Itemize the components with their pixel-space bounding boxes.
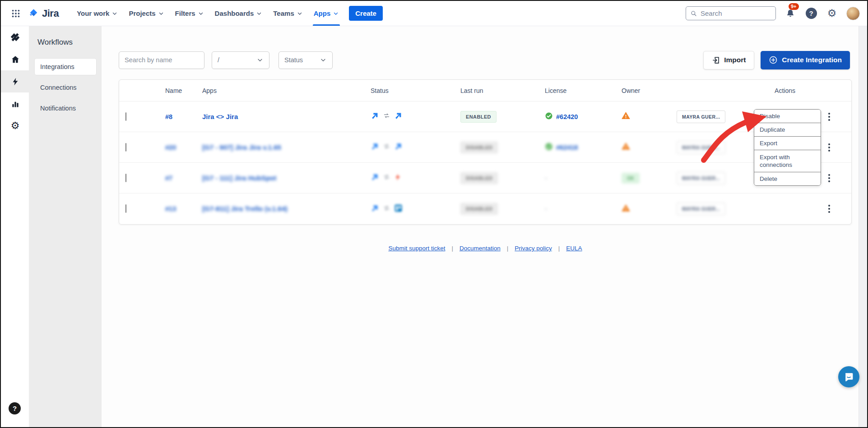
rail-settings[interactable]: ⚙ (1, 115, 29, 137)
filter-search-input[interactable] (119, 51, 204, 69)
nav-item-label: Dashboards (215, 9, 254, 17)
integration-id-link[interactable]: #8 (165, 113, 172, 120)
grid-dots-icon (11, 9, 21, 18)
cell-last-run: #62418 (545, 143, 622, 152)
nav-item-filters[interactable]: Filters (170, 1, 209, 26)
footer-links: Submit support ticket|Documentation|Priv… (119, 245, 852, 252)
scrollbar[interactable] (859, 26, 867, 427)
cell-select (119, 113, 165, 121)
row-actions-menu-button[interactable] (823, 110, 835, 124)
last-run-link[interactable]: #62420 (556, 113, 578, 120)
search-input[interactable] (701, 9, 771, 17)
nav-item-your-work[interactable]: Your work (71, 1, 123, 26)
owner-chip[interactable]: MAYRA GUER... (677, 202, 725, 215)
row-actions-menu-button[interactable] (823, 141, 835, 154)
redapp-icon-wrap (394, 173, 402, 183)
row-checkbox[interactable] (125, 174, 126, 182)
status-dropdown[interactable]: Status (279, 51, 333, 69)
global-search[interactable] (686, 6, 776, 20)
footer-link-eula[interactable]: EULA (566, 245, 582, 252)
settings-button[interactable]: ⚙ (826, 7, 838, 20)
nav-item-projects[interactable]: Projects (123, 1, 169, 26)
cell-last-run: - (545, 205, 622, 212)
chevron-down-icon (111, 10, 118, 17)
sidebar-item-integrations[interactable]: Integrations (35, 59, 96, 75)
success-check-icon (545, 143, 553, 151)
trello-icon-wrap (394, 204, 403, 214)
primary-nav: Your workProjectsFiltersDashboardsTeamsA… (71, 1, 344, 26)
menu-item-export[interactable]: Export (754, 137, 821, 150)
connector-logo-icon (9, 31, 21, 43)
integrations-table: NameAppsStatusLast runLicenseOwnerAction… (119, 79, 852, 225)
jira-app-icon (394, 142, 403, 151)
exchange-icon (383, 112, 390, 119)
create-integration-button[interactable]: Create Integration (761, 51, 850, 69)
footer-link-privacy-policy[interactable]: Privacy policy (515, 245, 552, 252)
row-actions-menu-button[interactable] (823, 171, 835, 185)
nav-item-label: Your work (77, 9, 109, 17)
type-dropdown[interactable]: / (212, 51, 269, 69)
column-header-actions: Actions (677, 87, 808, 94)
chat-widget-button[interactable] (838, 366, 859, 387)
last-run-empty: - (545, 175, 547, 182)
user-avatar[interactable] (846, 7, 860, 20)
nav-item-dashboards[interactable]: Dashboards (209, 1, 268, 26)
owner-chip[interactable]: MAYRA GUER... (677, 141, 725, 154)
kebab-dot (828, 180, 830, 182)
row-actions-menu-button[interactable] (823, 202, 835, 216)
rail-home[interactable] (1, 48, 29, 70)
notifications-button[interactable]: 9+ (784, 7, 797, 20)
rail-integrations[interactable] (1, 70, 29, 92)
column-header-name: Name (165, 87, 202, 94)
app-switcher-icon[interactable] (10, 8, 22, 19)
table-header: NameAppsStatusLast runLicenseOwnerAction… (119, 80, 851, 101)
integration-name-link[interactable]: [G7 - 111] Jira HubSpot (202, 174, 276, 182)
integration-id-link[interactable]: #13 (165, 205, 176, 212)
jira-app-icon (371, 173, 379, 181)
footer-link-documentation[interactable]: Documentation (460, 245, 501, 252)
jira-logo[interactable]: Jira (28, 8, 59, 19)
status-badge: DISABLED (460, 172, 498, 184)
sidebar-title: Workflows (37, 38, 96, 47)
nav-item-apps[interactable]: Apps (308, 1, 345, 26)
nav-item-label: Teams (273, 9, 294, 17)
sidebar-item-notifications[interactable]: Notifications (35, 100, 96, 116)
main-content: / Status Import (102, 26, 867, 427)
filter-actions: Import Create Integration (703, 51, 850, 69)
cell-license (622, 204, 677, 214)
integration-id-link[interactable]: #7 (165, 175, 172, 182)
rail-app-logo[interactable] (1, 26, 29, 48)
last-run-link[interactable]: #62418 (556, 144, 578, 151)
menu-item-disable[interactable]: Disable (754, 110, 821, 123)
integration-name-link[interactable]: [G7-811] Jira Trello (v.1.64) (202, 205, 288, 212)
menu-item-delete[interactable]: Delete (754, 172, 821, 185)
row-checkbox[interactable] (125, 112, 126, 121)
integration-name-link[interactable]: [G7 - 907] Jira Jira v.1.65 (202, 143, 281, 151)
integration-name-link[interactable]: Jira <> Jira (202, 113, 238, 120)
create-integration-label: Create Integration (782, 56, 842, 64)
footer-link-submit-support-ticket[interactable]: Submit support ticket (388, 245, 445, 252)
chevron-down-icon (198, 10, 204, 17)
row-checkbox[interactable] (125, 204, 126, 213)
menu-item-export-with-connections[interactable]: Export with connections (754, 150, 821, 172)
create-button[interactable]: Create (349, 6, 383, 21)
help-button[interactable]: ? (805, 7, 817, 20)
kebab-dot (828, 174, 830, 176)
nav-item-teams[interactable]: Teams (268, 1, 308, 26)
icon-rail: ⚙ ? (1, 26, 29, 427)
sidebar-item-connections[interactable]: Connections (35, 79, 96, 96)
owner-chip[interactable]: MAYRA GUER... (677, 110, 725, 123)
integration-id-link[interactable]: #20 (165, 144, 176, 151)
import-button[interactable]: Import (703, 51, 754, 69)
rail-reports[interactable] (1, 92, 29, 115)
cell-owner: MAYRA GUER... (677, 202, 808, 215)
cell-status: DISABLED (460, 172, 545, 184)
app-icon (394, 173, 402, 181)
jira-icon-wrap (371, 142, 379, 152)
menu-item-duplicate[interactable]: Duplicate (754, 123, 821, 137)
jira-mark-icon (28, 8, 39, 19)
row-checkbox[interactable] (125, 143, 126, 152)
rail-help-button[interactable]: ? (9, 402, 21, 414)
chevron-down-icon (256, 56, 264, 64)
owner-chip[interactable]: MAYRA GUER... (677, 172, 725, 184)
